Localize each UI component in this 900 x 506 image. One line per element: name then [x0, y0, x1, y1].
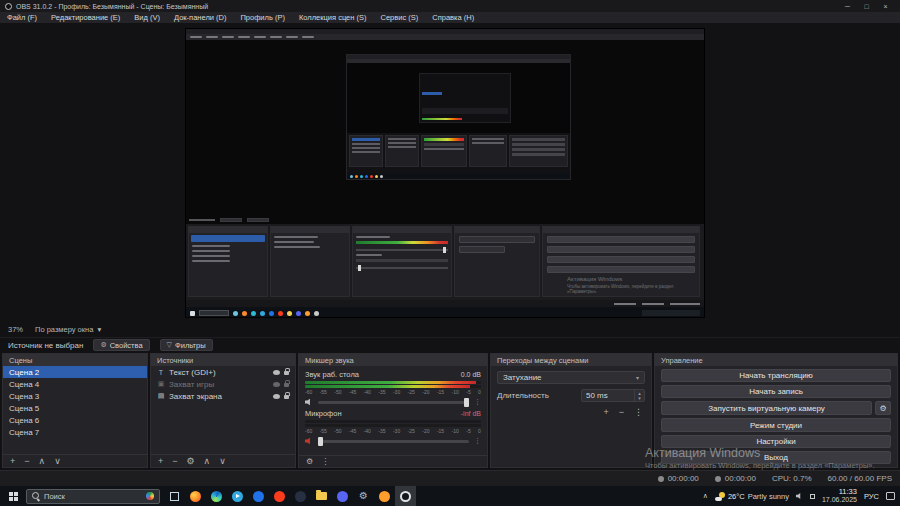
taskbar-app-task-view[interactable]: [164, 486, 185, 506]
close-button[interactable]: ×: [876, 0, 895, 12]
tray-expand-icon[interactable]: ∧: [703, 492, 708, 500]
settings-button[interactable]: Настройки: [661, 435, 891, 448]
language-indicator[interactable]: РУС: [864, 492, 879, 501]
chevron-down-icon: ▾: [636, 374, 639, 381]
transitions-dock: Переходы между сценами Затухание ▾ Длите…: [490, 353, 652, 468]
visibility-eye-icon[interactable]: [273, 370, 280, 375]
scene-item[interactable]: Сцена 6: [3, 414, 147, 426]
taskbar-app-explorer[interactable]: [311, 486, 332, 506]
channel-name: Микрофон: [305, 409, 342, 418]
taskbar-app-telegram[interactable]: [227, 486, 248, 506]
lock-icon[interactable]: [284, 383, 289, 387]
add-transition-button[interactable]: +: [603, 407, 608, 417]
source-item-game-capture[interactable]: ▣ Захват игры: [151, 378, 295, 390]
taskbar-app-edge[interactable]: [206, 486, 227, 506]
duration-spinbox[interactable]: 50 ms ▴ ▾: [581, 389, 645, 402]
title-bar: OBS 31.0.2 - Профиль: Безымянный - Сцены…: [0, 0, 900, 12]
move-source-down-button[interactable]: ∨: [219, 456, 226, 466]
volume-slider-handle[interactable]: [318, 437, 323, 446]
captured-source-toolbar: [189, 218, 269, 222]
taskbar-app-firefox[interactable]: [185, 486, 206, 506]
move-scene-up-button[interactable]: ∧: [39, 456, 46, 466]
studio-mode-button[interactable]: Режим студии: [661, 418, 891, 431]
properties-button[interactable]: ⚙ Свойства: [93, 339, 149, 351]
volume-tray-icon[interactable]: [796, 493, 803, 500]
menu-edit[interactable]: Редактирование (E): [44, 12, 127, 23]
transition-type-select[interactable]: Затухание ▾: [497, 371, 645, 384]
windows-taskbar: Поиск ⚙ ∧ 26°C Partly sunny 11:33 17.06.…: [0, 486, 900, 506]
speaker-icon[interactable]: [305, 398, 313, 406]
volume-slider[interactable]: [318, 401, 469, 404]
exit-button[interactable]: Выход: [661, 451, 891, 464]
start-recording-button[interactable]: Начать запись: [661, 385, 891, 398]
menu-view[interactable]: Вид (V): [127, 12, 167, 23]
maximize-button[interactable]: □: [857, 0, 876, 12]
preview-fit-mode-dropdown[interactable]: По размеру окна ▾: [35, 325, 101, 334]
filter-icon: ▽: [167, 341, 172, 349]
taskbar-search-box[interactable]: Поиск: [26, 489, 160, 504]
add-source-button[interactable]: +: [158, 456, 163, 466]
visibility-eye-icon[interactable]: [273, 394, 280, 399]
start-virtual-camera-button[interactable]: Запустить виртуальную камеру: [661, 401, 872, 415]
notification-center-icon[interactable]: [886, 492, 895, 500]
taskbar-app-steam[interactable]: [290, 486, 311, 506]
filters-button[interactable]: ▽ Фильтры: [160, 339, 213, 351]
minimize-button[interactable]: ─: [838, 0, 857, 12]
start-button[interactable]: [0, 486, 26, 506]
menu-help[interactable]: Справка (H): [425, 12, 481, 23]
lightning-app-icon: [379, 491, 390, 502]
menu-file[interactable]: Файл (F): [0, 12, 44, 23]
visibility-eye-icon[interactable]: [273, 382, 280, 387]
gear-icon: ⚙: [100, 341, 106, 349]
channel-options-icon[interactable]: ⋮: [474, 437, 481, 445]
menu-docks[interactable]: Док-панели (D): [167, 12, 233, 23]
muted-speaker-icon[interactable]: [305, 437, 313, 445]
menu-scene-collection[interactable]: Коллекция сцен (S): [292, 12, 374, 23]
captured-sources-panel: [270, 226, 350, 297]
virtual-camera-settings-button[interactable]: ⚙: [875, 401, 891, 415]
scene-item-selected[interactable]: Сцена 2: [3, 366, 147, 378]
remove-source-button[interactable]: −: [172, 456, 177, 466]
preview-canvas[interactable]: Активация Windows Чтобы активировать Win…: [185, 28, 705, 318]
menu-tools[interactable]: Сервис (S): [374, 12, 426, 23]
remove-transition-button[interactable]: −: [619, 407, 624, 417]
scenes-list: Сцена 2 Сцена 4 Сцена 3 Сцена 5 Сцена 6 …: [3, 366, 147, 453]
scene-item[interactable]: Сцена 5: [3, 402, 147, 414]
lock-icon[interactable]: [284, 395, 289, 399]
taskbar-app-yandex[interactable]: [269, 486, 290, 506]
spinbox-arrows[interactable]: ▴ ▾: [634, 390, 644, 401]
taskbar-app-discord[interactable]: [332, 486, 353, 506]
taskbar-clock[interactable]: 11:33 17.06.2025: [822, 488, 857, 504]
scene-item[interactable]: Сцена 4: [3, 378, 147, 390]
weather-widget[interactable]: 26°C Partly sunny: [715, 492, 789, 501]
start-streaming-button[interactable]: Начать трансляцию: [661, 369, 891, 382]
remove-scene-button[interactable]: −: [24, 456, 29, 466]
mixer-options-icon[interactable]: ⋮: [321, 457, 329, 466]
record-status-icon: [715, 476, 721, 482]
taskbar-app-mail[interactable]: [248, 486, 269, 506]
stream-timer: 00:00:00: [658, 474, 699, 483]
menu-profile[interactable]: Профиль (P): [233, 12, 291, 23]
move-source-up-button[interactable]: ∧: [204, 456, 211, 466]
taskbar-app-settings[interactable]: ⚙: [353, 486, 374, 506]
add-scene-button[interactable]: +: [10, 456, 15, 466]
transition-options-icon[interactable]: ⋮: [634, 407, 643, 417]
source-item-text[interactable]: T Текст (GDI+): [151, 366, 295, 378]
captured-preview-area: [186, 40, 704, 224]
lock-icon[interactable]: [284, 371, 289, 375]
tray-app-icon[interactable]: [810, 494, 815, 499]
scene-item[interactable]: Сцена 3: [3, 390, 147, 402]
volume-slider-handle[interactable]: [464, 398, 469, 407]
scene-item[interactable]: Сцена 7: [3, 426, 147, 438]
channel-options-icon[interactable]: ⋮: [474, 398, 481, 406]
mixer-settings-icon[interactable]: ⚙: [306, 457, 313, 466]
source-item-screen-capture[interactable]: ▤ Захват экрана: [151, 390, 295, 402]
volume-slider[interactable]: [318, 440, 469, 443]
taskbar-app-obs-active[interactable]: [395, 486, 416, 506]
taskbar-app-launcher[interactable]: [374, 486, 395, 506]
move-scene-down-button[interactable]: ∨: [54, 456, 61, 466]
stream-status-icon: [658, 476, 664, 482]
source-toolbar: Источник не выбран ⚙ Свойства ▽ Фильтры: [0, 337, 900, 352]
preview-zoom-level: 37%: [8, 325, 23, 334]
source-properties-button[interactable]: ⚙: [187, 456, 195, 466]
